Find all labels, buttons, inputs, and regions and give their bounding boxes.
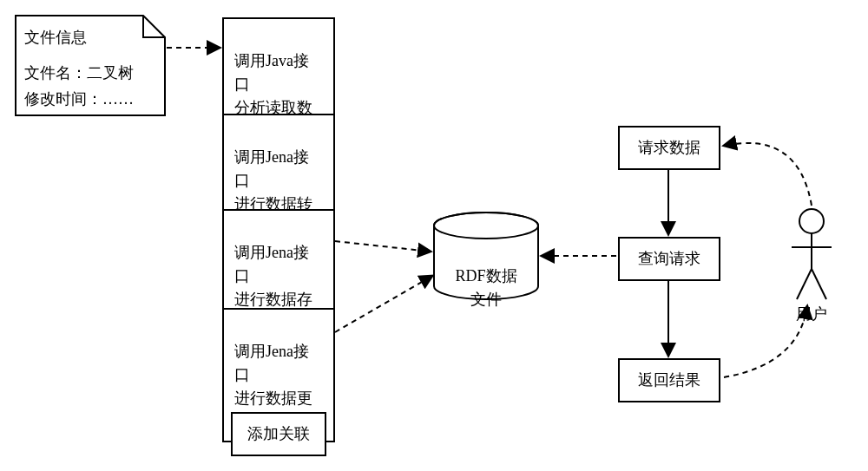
node-return-result-label: 返回结果 <box>638 371 700 389</box>
node-rdf-file: RDF数据 文件 <box>443 241 529 311</box>
file-info-title: 文件信息 <box>24 24 159 51</box>
node-query-request-label: 查询请求 <box>638 250 700 267</box>
node-return-result: 返回结果 <box>618 358 720 402</box>
svg-line-5 <box>797 269 812 299</box>
node-rdf-file-label: RDF数据 文件 <box>455 267 516 308</box>
node-file-info: 文件信息 文件名：二叉树 修改时间：…… <box>24 24 159 113</box>
svg-point-0 <box>434 213 538 239</box>
node-request-data-label: 请求数据 <box>638 139 700 156</box>
user-icon <box>792 209 832 299</box>
svg-line-11 <box>335 276 432 332</box>
svg-line-6 <box>812 269 826 299</box>
file-info-mtime: 修改时间：…… <box>24 86 159 113</box>
file-info-name: 文件名：二叉树 <box>24 60 159 87</box>
user-caption: 用户 <box>796 305 827 323</box>
node-request-data: 请求数据 <box>618 126 720 170</box>
node-add-relation: 添加关联 <box>231 412 326 456</box>
node-user-label: 用户 <box>790 304 833 324</box>
node-add-relation-label: 添加关联 <box>247 425 310 442</box>
node-query-request: 查询请求 <box>618 237 720 281</box>
svg-line-10 <box>335 241 431 252</box>
svg-point-2 <box>799 209 824 233</box>
svg-point-1 <box>434 213 538 239</box>
